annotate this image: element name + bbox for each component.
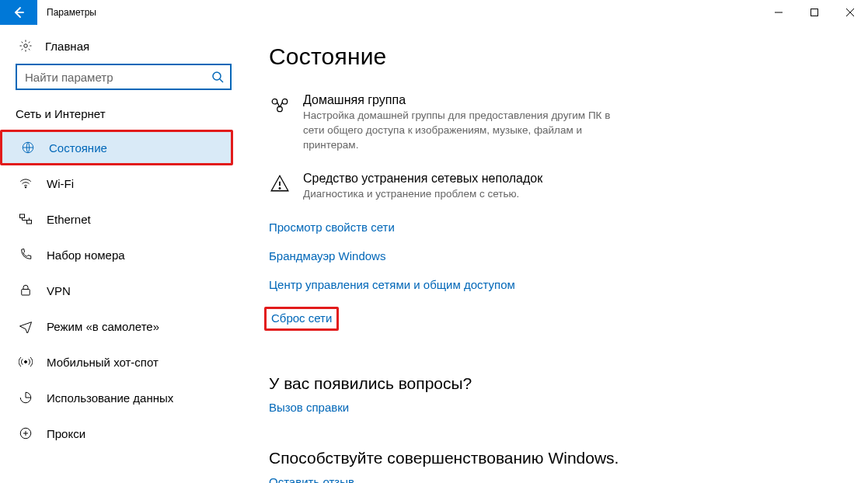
titlebar: Параметры — [0, 0, 868, 25]
sidebar-item-label: Wi-Fi — [47, 177, 74, 190]
search-input[interactable] — [25, 71, 211, 84]
sidebar-item-vpn[interactable]: VPN — [0, 273, 247, 308]
content: Состояние Домашняя группа Настройка дома… — [247, 25, 868, 483]
warning-icon — [270, 173, 290, 193]
arrow-left-icon — [12, 6, 25, 19]
sidebar-item-dialup[interactable]: Набор номера — [0, 237, 247, 273]
sidebar-item-airplane[interactable]: Режим «в самолете» — [0, 308, 247, 344]
link-firewall[interactable]: Брандмауэр Windows — [269, 249, 385, 262]
svg-point-4 — [25, 187, 26, 189]
sidebar-home-label: Главная — [45, 40, 89, 53]
maximize-icon — [810, 9, 818, 16]
sidebar: Главная Сеть и Интернет Состояние Wi-Fi … — [0, 25, 247, 483]
homegroup-icon — [270, 95, 290, 115]
airplane-icon — [19, 319, 33, 333]
sidebar-item-label: Использование данных — [47, 391, 173, 405]
data-usage-icon — [19, 391, 33, 405]
sidebar-section-header: Сеть и Интернет — [0, 107, 247, 130]
link-network-properties[interactable]: Просмотр свойств сети — [269, 221, 395, 234]
svg-point-13 — [279, 187, 281, 189]
svg-point-8 — [25, 361, 27, 363]
sidebar-item-label: Набор номера — [47, 248, 125, 262]
sidebar-item-label: Мобильный хот-спот — [47, 356, 159, 369]
window-title: Параметры — [37, 0, 96, 25]
feature-title: Средство устранения сетевых неполадок — [303, 172, 542, 186]
close-button[interactable] — [832, 0, 868, 25]
svg-rect-5 — [20, 214, 25, 218]
svg-point-10 — [272, 99, 277, 104]
svg-rect-7 — [22, 290, 30, 296]
sidebar-home[interactable]: Главная — [0, 39, 247, 64]
wifi-icon — [19, 176, 33, 190]
sidebar-item-label: Режим «в самолете» — [47, 320, 159, 333]
link-network-reset[interactable]: Сброс сети — [264, 307, 339, 331]
sidebar-item-wifi[interactable]: Wi-Fi — [0, 165, 247, 201]
back-button[interactable] — [0, 0, 37, 25]
feature-desc: Диагностика и устранение проблем с сетью… — [303, 187, 542, 202]
sidebar-item-proxy[interactable]: Прокси — [0, 415, 247, 451]
close-icon — [845, 8, 855, 17]
minimize-button[interactable] — [761, 0, 797, 25]
sidebar-item-status[interactable]: Состояние — [0, 130, 233, 165]
svg-point-2 — [213, 72, 221, 80]
svg-rect-6 — [27, 221, 32, 224]
sidebar-item-hotspot[interactable]: Мобильный хот-спот — [0, 344, 247, 380]
link-network-center[interactable]: Центр управления сетями и общим доступом — [269, 278, 515, 291]
maximize-button[interactable] — [797, 0, 832, 25]
sidebar-item-label: Состояние — [49, 141, 107, 155]
phone-icon — [19, 248, 33, 262]
feature-title: Домашняя группа — [303, 93, 629, 107]
improve-section: Способствуйте совершенствованию Windows.… — [269, 449, 852, 483]
link-feedback[interactable]: Оставить отзыв — [269, 475, 354, 483]
feature-troubleshoot[interactable]: Средство устранения сетевых неполадок Ди… — [269, 172, 852, 202]
sidebar-item-label: VPN — [47, 284, 71, 297]
sidebar-item-datausage[interactable]: Использование данных — [0, 380, 247, 415]
svg-rect-0 — [811, 9, 818, 16]
feature-homegroup[interactable]: Домашняя группа Настройка домашней групп… — [269, 93, 852, 153]
proxy-icon — [19, 426, 33, 440]
search-icon — [211, 71, 224, 83]
gear-icon — [19, 39, 33, 53]
svg-point-11 — [282, 99, 288, 104]
search-box[interactable] — [16, 64, 232, 90]
sidebar-item-ethernet[interactable]: Ethernet — [0, 201, 247, 237]
ethernet-icon — [19, 212, 33, 226]
page-title: Состояние — [269, 43, 852, 70]
svg-point-1 — [24, 44, 28, 48]
minimize-icon — [775, 9, 783, 16]
vpn-icon — [19, 283, 33, 297]
window-controls — [761, 0, 868, 25]
questions-title: У вас появились вопросы? — [269, 374, 852, 393]
globe-icon — [21, 141, 35, 155]
hotspot-icon — [19, 355, 33, 369]
link-help[interactable]: Вызов справки — [269, 401, 349, 414]
sidebar-item-label: Прокси — [47, 427, 85, 440]
improve-title: Способствуйте совершенствованию Windows. — [269, 449, 852, 467]
sidebar-item-label: Ethernet — [47, 213, 91, 226]
questions-section: У вас появились вопросы? Вызов справки — [269, 374, 852, 415]
feature-desc: Настройка домашней группы для предоставл… — [303, 109, 629, 153]
